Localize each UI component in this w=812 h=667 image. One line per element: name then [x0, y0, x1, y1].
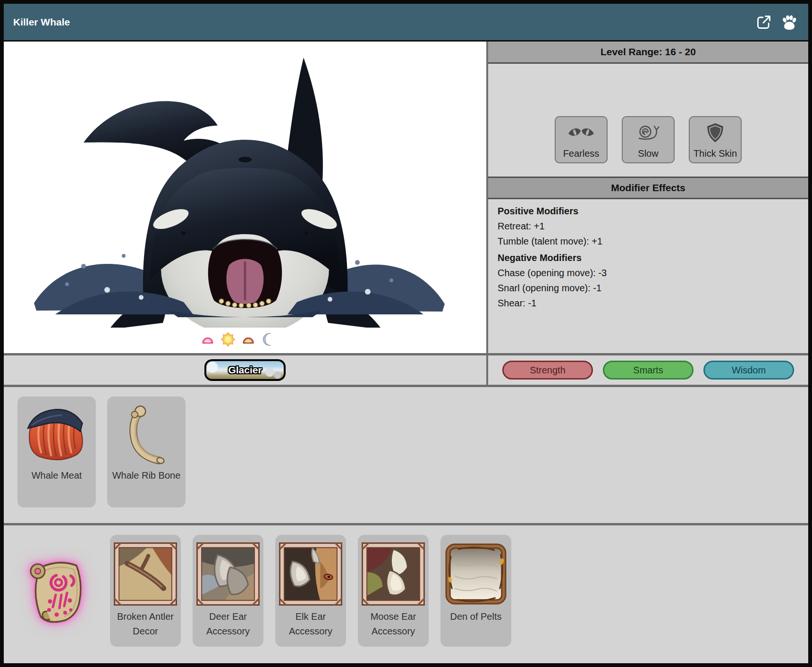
- modifier-effects-body: Positive Modifiers Retreat: +1 Tumble (t…: [488, 199, 808, 353]
- modifier-line: Retreat: +1: [498, 221, 799, 232]
- biome-label: Glacier: [228, 364, 262, 376]
- trait-slow[interactable]: Slow: [622, 116, 675, 163]
- biome-badge-glacier[interactable]: Glacier: [204, 359, 286, 381]
- window-header: Killer Whale: [4, 4, 808, 40]
- trait-thick-skin[interactable]: Thick Skin: [689, 116, 742, 163]
- trait-label: Thick Skin: [694, 148, 737, 159]
- moose-ear-accessory-art: [362, 542, 425, 606]
- sunrise-icon: [201, 332, 215, 346]
- stat-pill-strength[interactable]: Strength: [502, 361, 593, 380]
- stats-panel: Level Range: 16 - 20 Fearless: [488, 42, 808, 353]
- creature-art-panel: [4, 42, 486, 353]
- den-of-pelts-art: [444, 542, 507, 606]
- craft-item-label: Deer Ear Accessory: [195, 609, 262, 639]
- traits-row: Fearless Slow: [488, 64, 808, 177]
- paw-icon[interactable]: [780, 13, 799, 32]
- craft-item-den-of-pelts[interactable]: Den of Pelts: [440, 535, 511, 647]
- drop-item-label: Whale Meat: [32, 468, 82, 483]
- craft-item-label: Moose Ear Accessory: [360, 609, 427, 639]
- battle-stats-area: Strength Smarts Wisdom: [488, 355, 808, 385]
- modifier-effects-bar: Modifier Effects: [488, 177, 808, 199]
- trait-label: Fearless: [563, 148, 600, 159]
- craft-item-moose-ear-accessory[interactable]: Moose Ear Accessory: [358, 535, 429, 647]
- positive-modifiers-heading: Positive Modifiers: [498, 206, 799, 217]
- craft-item-label: Broken Antler Decor: [112, 609, 179, 639]
- drop-item-whale-meat[interactable]: Whale Meat: [17, 397, 96, 507]
- modifier-line: Chase (opening move): -3: [498, 268, 799, 279]
- deer-ear-accessory-art: [196, 542, 260, 606]
- craft-item-broken-antler-decor[interactable]: Broken Antler Decor: [110, 535, 181, 647]
- crafting-section: Broken Antler Decor: [4, 525, 808, 663]
- negative-modifiers-heading: Negative Modifiers: [498, 253, 799, 263]
- moon-icon: [262, 332, 276, 346]
- main-row: Level Range: 16 - 20 Fearless: [4, 42, 808, 353]
- trait-label: Slow: [638, 148, 658, 159]
- drop-item-label: Whale Rib Bone: [112, 468, 181, 483]
- page-title: Killer Whale: [13, 17, 70, 28]
- craft-item-label: Elk Ear Accessory: [277, 609, 344, 639]
- craft-item-label: Den of Pelts: [450, 609, 502, 624]
- fearless-eyes-icon: [567, 117, 595, 148]
- biome-area: Glacier: [4, 355, 486, 385]
- recipe-scroll-icon[interactable]: [15, 535, 98, 647]
- craft-item-deer-ear-accessory[interactable]: Deer Ear Accessory: [193, 535, 263, 647]
- trait-fearless[interactable]: Fearless: [555, 116, 608, 163]
- stat-pill-wisdom[interactable]: Wisdom: [703, 361, 794, 380]
- elk-ear-accessory-art: [279, 542, 342, 606]
- active-times-row: [4, 332, 472, 346]
- whale-rib-bone-art: [118, 404, 175, 464]
- external-link-icon[interactable]: [754, 13, 773, 32]
- modifier-line: Snarl (opening move): -1: [498, 283, 799, 294]
- stat-pill-smarts[interactable]: Smarts: [603, 361, 694, 380]
- shield-icon: [706, 117, 724, 148]
- snail-icon: [636, 117, 660, 148]
- broken-antler-decor-art: [114, 542, 177, 606]
- craft-item-elk-ear-accessory[interactable]: Elk Ear Accessory: [275, 535, 346, 647]
- modifier-line: Tumble (talent move): +1: [498, 236, 799, 247]
- sunset-icon: [241, 332, 255, 346]
- drop-item-whale-rib-bone[interactable]: Whale Rib Bone: [107, 397, 186, 507]
- biome-stats-strip: Glacier Strength Smarts Wisdom: [4, 355, 808, 385]
- sun-icon: [221, 332, 235, 346]
- killer-whale-image: [20, 44, 459, 328]
- drops-section: Whale Meat Whale Rib Bone: [4, 387, 808, 523]
- modifier-line: Shear: -1: [498, 298, 799, 309]
- killer-whale-window: Killer Whale: [0, 0, 812, 667]
- whale-meat-art: [24, 404, 90, 464]
- level-range-bar: Level Range: 16 - 20: [488, 42, 808, 64]
